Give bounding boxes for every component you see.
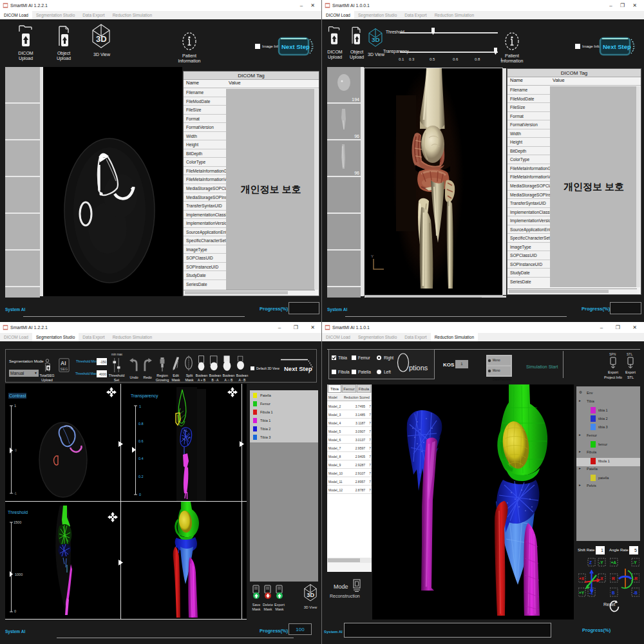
svg-text:AI: AI	[61, 360, 66, 366]
svg-text:STL: STL	[627, 352, 632, 356]
svg-text:Next Step: Next Step	[281, 43, 310, 50]
svg-text:-Y: -Y	[632, 560, 637, 565]
svg-text:0: 0	[14, 609, 16, 613]
svg-text:1: 1	[14, 404, 16, 408]
svg-text:1: 1	[139, 404, 141, 408]
svg-text:0.4: 0.4	[138, 457, 144, 460]
svg-text:-1: -1	[14, 491, 17, 495]
svg-text:Next Step: Next Step	[284, 365, 312, 372]
svg-text:0.2: 0.2	[138, 475, 144, 478]
svg-text:3D: 3D	[96, 34, 107, 44]
svg-text:+X: +X	[579, 576, 585, 581]
svg-text:Threshold: Threshold	[8, 510, 28, 515]
svg-text:0.8: 0.8	[138, 422, 144, 426]
svg-text:Contrast: Contrast	[9, 393, 26, 398]
svg-text:Z: Z	[589, 560, 592, 565]
svg-text:Y: Y	[371, 254, 374, 258]
svg-text:-R: -R	[633, 576, 638, 581]
svg-text:3D: 3D	[372, 36, 380, 43]
svg-text:-B: -B	[633, 591, 638, 595]
svg-text:3D: 3D	[307, 592, 314, 598]
svg-text:Next Step: Next Step	[603, 43, 631, 50]
svg-text:Transparency: Transparency	[131, 393, 158, 399]
svg-text:SPN: SPN	[609, 352, 616, 356]
svg-text:-Y: -Y	[599, 560, 603, 565]
svg-text:+Y: +Y	[579, 591, 585, 595]
svg-text:SEG: SEG	[61, 367, 68, 371]
svg-text:R: R	[612, 576, 615, 581]
svg-text:1000: 1000	[15, 573, 23, 576]
svg-text:0.6: 0.6	[138, 439, 144, 443]
svg-text:+A: +A	[611, 560, 617, 565]
svg-text:B: B	[612, 591, 615, 595]
svg-text:0: 0	[15, 448, 17, 452]
svg-text:1500: 1500	[14, 520, 21, 524]
svg-text:ptions: ptions	[409, 364, 428, 372]
svg-text:0: 0	[139, 493, 141, 497]
